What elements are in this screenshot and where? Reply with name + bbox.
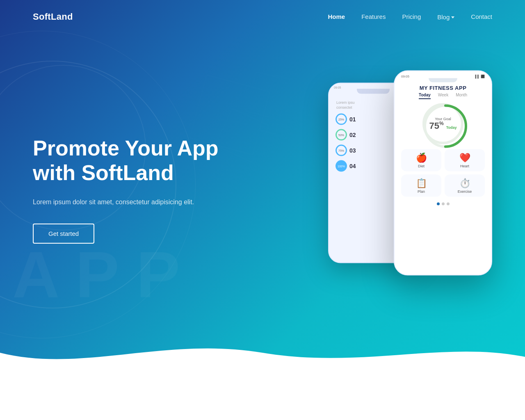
heart-icon: ❤️ bbox=[459, 153, 470, 162]
nav-link-pricing[interactable]: Pricing bbox=[402, 13, 421, 20]
diet-icon: 🍎 bbox=[416, 153, 427, 162]
tab-today[interactable]: Today bbox=[419, 93, 431, 99]
phone-front: 09:05 ▌▌ ⬛ MY FITNESS APP Today Week Mon… bbox=[394, 71, 492, 276]
goal-circle-container: Your Goal 75% Today bbox=[395, 103, 491, 144]
below-hero-section bbox=[0, 369, 525, 420]
app-icon-exercise[interactable]: ⏱️ Exercise bbox=[445, 175, 485, 197]
wave-divider bbox=[0, 336, 525, 369]
nav-item-contact[interactable]: Contact bbox=[471, 13, 492, 21]
nav-link-features[interactable]: Features bbox=[361, 13, 386, 20]
dot-3[interactable] bbox=[447, 203, 450, 205]
app-icon-plan[interactable]: 📋 Plan bbox=[401, 175, 441, 197]
app-icon-diet[interactable]: 🍎 Diet bbox=[401, 149, 441, 171]
app-title: MY FITNESS APP bbox=[395, 85, 491, 91]
hero-subtitle: Lorem ipsum dolor sit amet, consectetur … bbox=[33, 197, 219, 208]
nav-link-contact[interactable]: Contact bbox=[471, 13, 492, 20]
nav-item-features[interactable]: Features bbox=[361, 13, 386, 21]
nav-item-pricing[interactable]: Pricing bbox=[402, 13, 421, 21]
hero-content: Promote Your App with SoftLand Lorem ips… bbox=[33, 136, 219, 244]
dot-2[interactable] bbox=[442, 203, 445, 205]
brand-logo: SoftLand bbox=[33, 11, 73, 22]
goal-circle: Your Goal 75% Today bbox=[422, 103, 463, 144]
nav-item-blog[interactable]: Blog bbox=[437, 14, 454, 21]
tab-month[interactable]: Month bbox=[456, 93, 467, 99]
app-icons-grid: 🍎 Diet ❤️ Heart 📋 Plan ⏱️ Exercise bbox=[395, 149, 491, 197]
dot-1[interactable] bbox=[437, 203, 440, 205]
exercise-icon: ⏱️ bbox=[459, 179, 470, 188]
phone-notch bbox=[429, 78, 457, 82]
nav-link-blog[interactable]: Blog bbox=[437, 14, 454, 21]
phone-back-notch bbox=[357, 89, 390, 94]
phones-mockup: 09:05 ▌▌▌ Lorem ipsu consectet 25% 01 bbox=[328, 71, 492, 308]
chevron-down-icon bbox=[451, 16, 454, 18]
hero-title: Promote Your App with SoftLand bbox=[33, 136, 219, 185]
nav-links: Home Features Pricing Blog Contact bbox=[328, 13, 492, 21]
get-started-button[interactable]: Get started bbox=[33, 224, 94, 244]
dots-indicator bbox=[395, 203, 491, 205]
phone-tabs: Today Week Month bbox=[395, 93, 491, 99]
app-icon-heart[interactable]: ❤️ Heart bbox=[445, 149, 485, 171]
nav-item-home[interactable]: Home bbox=[328, 13, 345, 21]
tab-week[interactable]: Week bbox=[438, 93, 448, 99]
nav-link-home[interactable]: Home bbox=[328, 13, 345, 20]
plan-icon: 📋 bbox=[416, 179, 427, 188]
navbar: SoftLand Home Features Pricing Blog Cont… bbox=[0, 0, 525, 34]
